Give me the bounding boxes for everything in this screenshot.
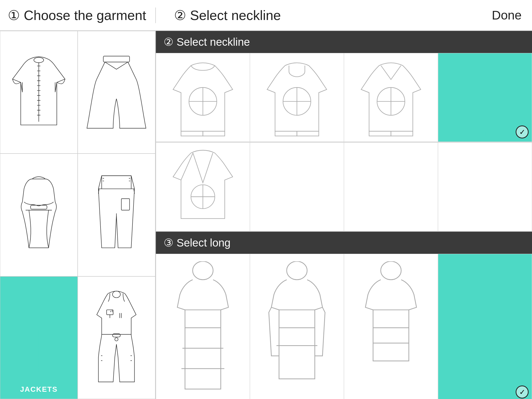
svg-point-51 [287, 261, 307, 280]
long-check: ✓ [516, 385, 529, 398]
svg-point-22 [112, 291, 120, 298]
svg-rect-7 [34, 301, 44, 306]
svg-point-0 [34, 57, 44, 63]
neckline-check: ✓ [516, 125, 529, 138]
long-header: ③ Select long [156, 232, 532, 254]
main-content: JACKETS ② Select n [0, 31, 532, 399]
svg-point-50 [193, 261, 213, 280]
long-short[interactable]: ✓ [438, 254, 532, 399]
neckline-wrap[interactable] [156, 142, 250, 231]
neckline-empty-4 [438, 142, 532, 231]
svg-point-52 [381, 261, 401, 280]
neckline-extra-row [156, 142, 532, 232]
garment-jacket-label: JACKETS [0, 385, 77, 394]
svg-rect-30 [181, 131, 203, 136]
neckline-crew[interactable] [250, 53, 344, 142]
svg-rect-36 [297, 131, 319, 136]
svg-rect-4 [121, 198, 130, 210]
garment-jacket[interactable]: JACKETS [0, 276, 78, 399]
top-bar: ① Choose the garment ② Select neckline D… [0, 0, 532, 31]
svg-rect-45 [463, 131, 485, 136]
svg-rect-1 [103, 56, 130, 62]
garment-jumpsuit[interactable] [78, 276, 155, 399]
right-header: ② Select neckline Done [156, 8, 532, 23]
svg-rect-31 [203, 131, 225, 136]
garment-blouse[interactable] [0, 31, 78, 154]
garment-pants[interactable] [78, 154, 155, 276]
neckline-options-row1: ✓ [156, 53, 532, 142]
garment-corset[interactable] [0, 154, 78, 276]
long-midi[interactable] [250, 254, 344, 399]
neckline-empty-3 [344, 142, 438, 231]
garment-grid: JACKETS [0, 31, 156, 399]
long-maxi[interactable] [156, 254, 250, 399]
garment-cape[interactable] [78, 31, 155, 154]
long-knee[interactable] [344, 254, 438, 399]
done-button[interactable]: Done [492, 8, 522, 22]
neckline-header: ② Select neckline [156, 31, 532, 53]
neckline-empty-2 [250, 142, 344, 231]
garment-section-title: ① Choose the garment [0, 8, 156, 23]
right-panel: ② Select neckline [156, 31, 532, 399]
neckline-vneck[interactable] [344, 53, 438, 142]
svg-rect-41 [391, 131, 413, 136]
neckline-section-title: ② Select neckline [166, 8, 289, 23]
svg-point-53 [475, 261, 495, 280]
svg-rect-40 [369, 131, 391, 136]
svg-point-24 [115, 338, 118, 341]
neckline-deep[interactable]: ✓ [438, 53, 532, 142]
neckline-round[interactable] [156, 53, 250, 142]
long-options-row1: ✓ [156, 254, 532, 399]
svg-rect-35 [275, 131, 297, 136]
svg-rect-46 [485, 131, 507, 136]
